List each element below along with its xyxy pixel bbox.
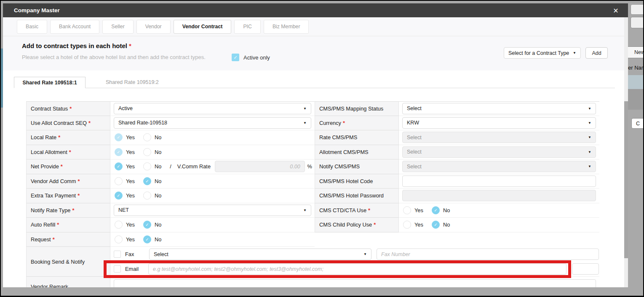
contract-type-select[interactable]: Select for a Contract Type ▼ xyxy=(504,47,581,59)
auto-refill-radio-no[interactable]: ✓ xyxy=(143,221,151,229)
radio-label-no: No xyxy=(155,236,161,243)
extra-tax-payment-radio-no[interactable] xyxy=(143,192,151,200)
label-text: Use Allot Contract SEQ xyxy=(31,120,87,126)
modal-scrollbar-thumb[interactable] xyxy=(624,101,628,258)
cms-child-policy-radio-yes[interactable] xyxy=(403,221,411,229)
currency-select[interactable]: KRW ▼ xyxy=(402,117,596,129)
field-value: KRW ▼ xyxy=(399,116,599,131)
field-value: Select ▼ xyxy=(399,130,599,145)
request-radio-yes[interactable] xyxy=(115,235,123,243)
field-label-notify-cms-pms: Notify CMS/PMS xyxy=(315,159,399,174)
tab-basic[interactable]: Basic xyxy=(17,20,47,34)
label-text: CMS/PMS Hotel Password xyxy=(319,192,384,199)
add-button-label: Add xyxy=(592,50,601,56)
cms-child-policy-radio-no[interactable]: ✓ xyxy=(432,221,440,229)
contract-status-select[interactable]: Active ▼ xyxy=(114,103,311,114)
select-value: Select xyxy=(407,164,422,170)
new-button[interactable]: New xyxy=(628,46,643,58)
check-icon: ✓ xyxy=(117,164,120,169)
active-only-toggle: ✓ Active only xyxy=(232,54,270,61)
add-button[interactable]: Add xyxy=(585,47,608,59)
tab-biz-member[interactable]: Biz Member xyxy=(264,20,309,34)
request-radio-no[interactable]: ✓ xyxy=(143,235,151,243)
use-allot-contract-seq-select[interactable]: Shared Rate-109518 ▼ xyxy=(114,117,311,129)
field-label-cms-ctd-cta-use: CMS CTD/CTA Use* xyxy=(315,203,399,218)
field-label-local-allotment: Local Allotment* xyxy=(26,145,110,160)
tab-vendor-contract[interactable]: Vendor Contract xyxy=(174,20,232,34)
local-allotment-radio-no[interactable] xyxy=(143,148,151,156)
vendor-remark-input[interactable] xyxy=(114,279,596,287)
required-asterisk: * xyxy=(129,42,131,49)
tab-bank-account[interactable]: Bank Account xyxy=(50,20,99,34)
field-label-extra-tax-payment: Extra Tax Payment* xyxy=(26,189,110,203)
subtab-shared-rate-109518[interactable]: Shared Rate 109518:1 xyxy=(14,77,86,88)
local-rate-radio-yes[interactable]: ✓ xyxy=(115,133,123,141)
field-value: Select ▼ xyxy=(399,145,599,160)
partial-button[interactable]: C xyxy=(631,118,643,129)
radio-label-yes: Yes xyxy=(126,178,135,184)
select-value: Active xyxy=(118,105,133,111)
net-provide-radio-no[interactable] xyxy=(143,162,151,170)
select-value: Select xyxy=(154,251,168,257)
chevron-down-icon: ▼ xyxy=(588,107,591,111)
cms-pms-hotel-code-input[interactable] xyxy=(402,176,596,187)
radio-label-yes: Yes xyxy=(126,236,135,243)
label-text: Local Rate xyxy=(31,134,56,140)
email-input[interactable] xyxy=(148,263,567,275)
fax-select[interactable]: Select ▼ xyxy=(149,248,371,260)
radio-label-yes: Yes xyxy=(414,207,423,213)
select-value: KRW xyxy=(407,120,419,126)
fax-number-input[interactable] xyxy=(377,248,599,260)
auto-refill-radio-yes[interactable] xyxy=(115,221,123,229)
tab-vendor[interactable]: Vendor xyxy=(136,20,171,34)
cms-ctd-cta-radio-no[interactable]: ✓ xyxy=(432,206,440,214)
cms-pms-hotel-password-input[interactable] xyxy=(402,190,596,201)
notify-rate-type-select[interactable]: NET ▼ xyxy=(114,205,311,216)
radio-label-no: No xyxy=(155,163,161,170)
local-rate-radio-no[interactable] xyxy=(143,133,151,141)
tab-pic[interactable]: PIC xyxy=(234,20,261,34)
select-value: Select xyxy=(407,105,422,111)
active-only-checkbox[interactable]: ✓ xyxy=(232,54,239,61)
field-value: ✓ Yes No xyxy=(110,145,315,160)
cms-ctd-cta-radio-yes[interactable] xyxy=(403,206,411,214)
label-text: CMS/PMS Hotel Code xyxy=(319,178,373,184)
tab-seller[interactable]: Seller xyxy=(102,20,133,34)
cms-pms-mapping-status-select[interactable]: Select ▼ xyxy=(402,103,596,114)
vcomm-rate-input[interactable] xyxy=(215,161,305,172)
local-allotment-radio-yes[interactable]: ✓ xyxy=(115,148,123,156)
subtab-shared-rate-109519[interactable]: Shared Rate 109519:2 xyxy=(86,76,179,88)
email-checkbox[interactable] xyxy=(114,265,121,273)
vendor-add-comm-radio-yes[interactable] xyxy=(115,177,123,185)
extra-tax-payment-radio-yes[interactable]: ✓ xyxy=(115,192,123,200)
net-provide-radio-yes[interactable]: ✓ xyxy=(115,162,123,170)
field-label-contract-status: Contract Status* xyxy=(26,101,110,116)
hotel-contract-subtabs: Shared Rate 109518:1 Shared Rate 109519:… xyxy=(14,77,615,88)
field-label-booking-send-notify: Booking Send & Notify xyxy=(26,247,110,277)
vendor-remark-value xyxy=(110,277,599,287)
field-value: Yes ✓ No xyxy=(110,174,315,189)
field-value: NET ▼ xyxy=(110,203,315,218)
close-icon[interactable]: ✕ xyxy=(611,6,620,15)
radio-label-yes: Yes xyxy=(126,163,135,170)
required-asterisk: * xyxy=(343,120,345,126)
required-asterisk: * xyxy=(57,221,59,228)
radio-label-yes: Yes xyxy=(414,221,423,228)
vendor-add-comm-radio-no[interactable]: ✓ xyxy=(143,177,151,185)
field-value: ✓ Yes No / V.Comm Rate % xyxy=(110,159,315,174)
notify-cms-pms-select[interactable]: Select ▼ xyxy=(402,161,596,172)
chevron-down-icon: ▼ xyxy=(363,252,367,256)
required-asterisk: * xyxy=(53,236,55,243)
modal-scrollbar-track[interactable] xyxy=(624,17,628,287)
fax-checkbox[interactable] xyxy=(114,251,121,258)
allotment-cms-pms-select[interactable]: Select ▼ xyxy=(402,146,596,158)
background-page-strip: New er Nam C xyxy=(628,1,643,296)
background-row xyxy=(628,89,643,110)
label-text: Vendor Add Comm xyxy=(31,178,76,184)
email-extra-input[interactable] xyxy=(572,263,599,275)
tab-label: PIC xyxy=(243,24,252,30)
contract-types-section: Add to contract types in each hotel* Ple… xyxy=(3,36,628,70)
rate-cms-pms-select[interactable]: Select ▼ xyxy=(402,132,596,143)
field-value: ✓ Yes No xyxy=(110,130,315,145)
fax-row: Fax Select ▼ xyxy=(110,247,599,262)
